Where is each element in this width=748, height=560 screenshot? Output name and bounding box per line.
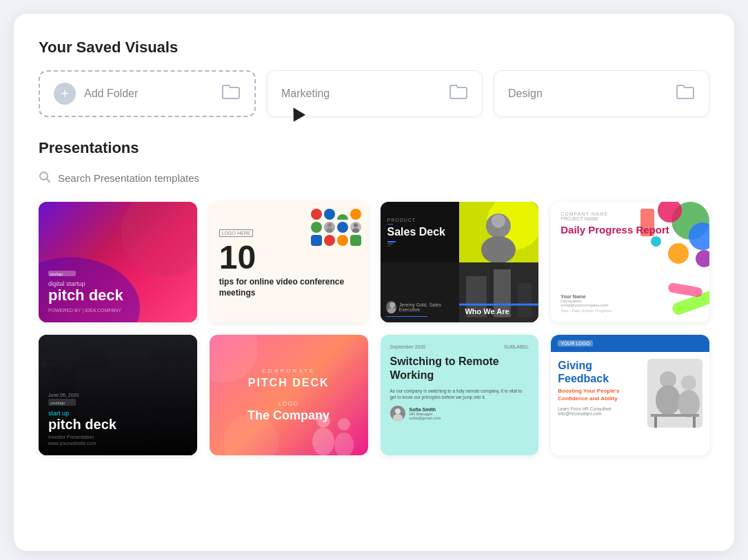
presentations-title: Presentations [39,139,709,157]
feedback-contact: info@hrconultant.com [558,411,642,416]
remote-person: Sofia Smith HR Manager sofia@gmail.com [390,406,529,421]
remote-person-email: sofia@gmail.com [410,416,441,420]
progress-info: Your Name Occupation email@yourcompany.c… [560,294,611,313]
sales-who: Who We Are [465,307,509,315]
progress-company: COMPANY NAME [560,211,700,216]
marketing-folder[interactable]: Marketing [267,70,483,117]
progress-title: Daily Progress Report [560,224,700,236]
svg-point-47 [678,390,700,417]
svg-point-37 [316,414,330,428]
search-icon [39,171,51,185]
design-folder[interactable]: Design [494,70,709,117]
svg-point-17 [492,214,505,228]
presentations-grid: yourlogo digital startup pitch deck POWE… [39,202,709,455]
folder-icon-design [676,84,695,103]
progress-project: PROJECT NAME [560,216,700,221]
feedback-contact-label: Learn From HR Consultant [558,406,642,411]
startup-footer: Investor Presentation [48,435,188,439]
svg-point-3 [121,202,196,276]
svg-rect-48 [651,414,699,417]
svg-text:yourlogo: yourlogo [50,401,65,405]
svg-rect-11 [387,243,393,245]
feedback-left: Giving Feedback Boosting Your People's C… [558,359,642,428]
tips-text: tips for online video conference meeting… [219,277,358,298]
progress-email: email@yourcompany.com [560,303,611,307]
card-corporate-pitch[interactable]: CORPORATE PITCH DECK LOGO The Company [210,335,368,455]
design-folder-label: Design [508,87,543,100]
pitch-logo: yourlogo [48,271,188,278]
startup-sub: start up [48,410,188,417]
add-folder-left: + Add Folder [54,83,138,105]
remote-title: Switching to Remote Working [390,355,529,382]
startup-logo: yourlogo [48,399,188,407]
mouse-cursor [287,104,305,122]
marketing-folder-label: Marketing [281,87,330,100]
progress-name: Your Name [560,294,611,299]
sales-person: Jeremy Gold, Sales Executive [399,302,454,312]
sales-bottom-left: Jeremy Gold, Sales Executive [381,262,460,323]
feedback-header: YOUR LOGO [551,335,709,352]
card-giving-feedback[interactable]: YOUR LOGO Giving Feedback Boosting Your … [551,335,709,455]
add-icon: + [54,83,76,105]
svg-rect-50 [693,417,696,428]
card-startup-pitch[interactable]: June 06, 2020 yourlogo start up pitch de… [39,335,197,455]
card-daily-progress[interactable]: COMPANY NAME PROJECT NAME Daily Progress… [551,202,709,322]
svg-point-41 [395,408,401,414]
svg-point-42 [393,414,403,421]
remote-avatar [390,406,405,421]
folder-icon-marketing [449,84,468,103]
svg-point-18 [390,302,395,308]
corp-label: CORPORATE [247,368,330,374]
svg-rect-23 [518,282,532,317]
progress-date: Sep - Daily Expert Progress [560,309,611,313]
card-remote-working[interactable]: September 2020 SUBLABEL Switching to Rem… [381,335,539,455]
folder-icon-add [221,84,241,103]
search-input[interactable] [58,172,709,184]
tips-logo: LOGO HERE [219,229,254,237]
svg-point-19 [387,308,396,313]
svg-rect-12 [387,245,391,247]
svg-point-40 [334,433,354,455]
card-sales-deck[interactable]: PRODUCT Sales Deck [381,202,539,322]
startup-website: www.yourwebsite.com [48,441,188,446]
remote-person-name: Sofia Smith [410,407,441,412]
folders-row: + Add Folder Marketing [39,70,709,117]
corp-title: PITCH DECK [247,377,330,389]
add-folder-button[interactable]: + Add Folder [39,70,256,117]
svg-point-38 [312,428,334,455]
svg-rect-10 [387,241,396,242]
feedback-title: Giving Feedback [558,359,642,385]
remote-text: As our company is switching to a fully r… [390,388,529,400]
svg-point-45 [656,385,680,415]
startup-date: June 06, 2020 [48,393,188,397]
feedback-subtitle: Boosting Your People's Confidence and Ab… [558,388,642,402]
startup-title: pitch deck [48,417,188,432]
feedback-right [647,359,702,428]
svg-text:yourlogo: yourlogo [50,271,63,276]
feedback-logo: YOUR LOGO [558,340,592,346]
pitch-footer: POWERED BY | IDEA COMPANY [48,308,188,313]
sales-product-label: PRODUCT [387,218,453,222]
svg-point-39 [338,418,350,431]
remote-sublabel: SUBLABEL [504,344,529,349]
main-container: Your Saved Visuals + Add Folder Marketin… [14,14,734,551]
svg-rect-24 [459,303,538,305]
sales-title: Sales Deck [387,226,453,238]
svg-point-46 [681,375,696,391]
pitch-title: pitch deck [48,287,188,304]
sales-bottom-right: Who We Are [459,262,538,323]
tips-number: 10 [219,241,358,274]
svg-rect-49 [654,417,657,428]
card-ten-tips[interactable]: LOGO HERE 10 tips for online video confe… [210,202,368,322]
feedback-body: Giving Feedback Boosting Your People's C… [551,352,709,435]
page-title: Your Saved Visuals [39,39,709,56]
search-bar[interactable] [39,171,709,185]
corp-logo-label: LOGO [247,400,330,407]
add-folder-label: Add Folder [84,87,138,100]
sales-top-left: PRODUCT Sales Deck [381,202,460,262]
sales-top-right [459,202,538,262]
design-folder-left: Design [508,87,543,100]
marketing-folder-left: Marketing [281,87,330,100]
svg-line-1 [47,179,50,183]
card-pitch-deck[interactable]: yourlogo digital startup pitch deck POWE… [39,202,197,322]
